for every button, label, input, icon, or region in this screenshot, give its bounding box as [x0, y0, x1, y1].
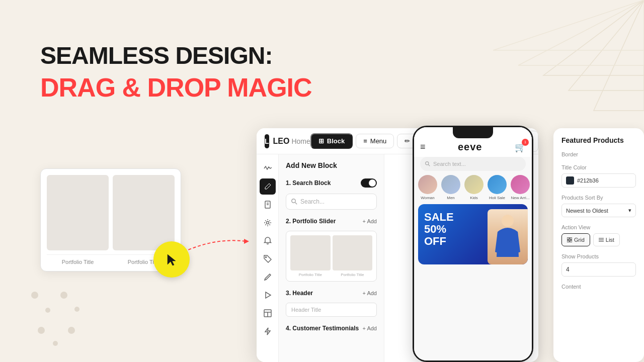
hero-line1: SEAMLESS DESIGN: — [40, 43, 312, 69]
action-view-label: Action View — [561, 224, 636, 230]
show-products-input[interactable] — [561, 262, 636, 277]
block-item-portfolio[interactable]: 2. Portfolio Slider + Add — [279, 214, 384, 229]
phone-cart-icon[interactable]: 🛒 1 — [515, 142, 526, 153]
border-label: Border — [561, 151, 636, 157]
right-panel-title: Featured Products — [561, 136, 636, 144]
view-toggle: Grid List — [561, 233, 636, 246]
right-panel: Featured Products Border Title Color #21… — [553, 128, 644, 362]
header-add-btn[interactable]: + Add — [363, 290, 377, 296]
search-placeholder: Search... — [300, 198, 325, 205]
hero-section: SEAMLESS DESIGN: DRAG & DROP MAGIC — [40, 43, 312, 102]
phone-menu-icon[interactable]: ≡ — [420, 142, 426, 152]
svg-rect-22 — [567, 240, 569, 242]
cart-badge: 1 — [522, 139, 529, 146]
show-products-section: Show Products — [561, 253, 636, 277]
grid-view-btn[interactable]: Grid — [561, 233, 590, 246]
block-search-label: 1. Search Block — [286, 179, 331, 187]
title-color-label: Title Color — [561, 164, 636, 170]
block-header-label: 3. Header — [286, 290, 313, 297]
show-products-label: Show Products — [561, 253, 636, 259]
sort-section: Products Sort By Newest to Oldest ▾ — [561, 195, 636, 217]
block-panel: Add New Block 1. Search Block Search... … — [279, 154, 384, 362]
phone-preview: ≡ eeve 🛒 1 Search text... Woman — [413, 126, 533, 362]
sidebar-flash[interactable] — [260, 323, 276, 339]
svg-point-19 — [502, 215, 514, 227]
block-icon: ⊞ — [318, 137, 324, 145]
preview-label-1: Portfolio Title — [290, 273, 331, 277]
phone-brand: eeve — [458, 141, 482, 153]
sidebar-layout[interactable] — [260, 305, 276, 321]
block-button[interactable]: ⊞ Block — [310, 133, 353, 149]
svg-rect-20 — [567, 237, 569, 239]
list-label: List — [606, 237, 614, 243]
phone-search-bar[interactable]: Search text... — [420, 157, 526, 171]
phone-categories: Woman Men Kids Holi Sale New Arri... — [414, 175, 532, 204]
list-view-btn[interactable]: List — [593, 233, 620, 246]
svg-rect-23 — [570, 240, 572, 242]
block-item-header[interactable]: 3. Header + Add — [279, 286, 384, 301]
border-section: Border — [561, 151, 636, 157]
design-icon: ✏ — [405, 137, 410, 145]
sort-value: Newest to Oldest — [566, 208, 608, 214]
sidebar-play[interactable] — [260, 287, 276, 303]
portfolio-preview: Portfolio Title Portfolio Title — [286, 231, 377, 282]
portfolio-img-2 — [113, 175, 175, 250]
portfolio-title-1: Portfolio Title — [47, 259, 109, 265]
phone-screen: ≡ eeve 🛒 1 Search text... Woman — [414, 127, 532, 360]
block-item-search[interactable]: 1. Search Block — [279, 174, 384, 192]
brand-home: Home — [291, 137, 310, 145]
sort-chevron-icon: ▾ — [628, 207, 631, 214]
menu-icon: ≡ — [363, 137, 367, 145]
portfolio-img-1 — [47, 175, 109, 250]
search-toggle[interactable] — [361, 178, 377, 188]
svg-point-17 — [426, 162, 429, 165]
phone-banner-person — [488, 209, 528, 264]
phone-cat-new-arrivals[interactable]: New Arri... — [511, 175, 530, 200]
brand-name: LEO — [273, 137, 290, 146]
block-panel-title: Add New Block — [279, 154, 384, 174]
sidebar-activity[interactable] — [260, 160, 276, 176]
sidebar-edit[interactable] — [260, 178, 276, 195]
title-color-section: Title Color #212b36 — [561, 164, 636, 188]
main-content: SEAMLESS DESIGN: DRAG & DROP MAGIC Portf… — [0, 0, 644, 362]
color-hex-value: #212b36 — [577, 177, 599, 184]
svg-point-15 — [292, 199, 296, 203]
preview-label-2: Portfolio Title — [333, 273, 373, 277]
block-item-testimonials[interactable]: 4. Customer Testimonials + Add — [279, 321, 384, 336]
block-testimonials-label: 4. Customer Testimonials — [286, 325, 359, 332]
logo-icon: L — [265, 134, 269, 148]
header-placeholder: Header Title — [291, 307, 321, 313]
grid-label: Grid — [574, 237, 585, 243]
content-label: Content — [561, 284, 636, 290]
svg-line-18 — [428, 164, 430, 166]
search-input-preview: Search... — [286, 194, 377, 210]
color-input[interactable]: #212b36 — [561, 173, 636, 188]
color-swatch — [566, 176, 574, 185]
testimonials-add-btn[interactable]: + Add — [363, 325, 377, 331]
phone-cat-men[interactable]: Men — [441, 175, 460, 200]
block-portfolio-label: 2. Portfolio Slider — [286, 218, 336, 225]
phone-cat-woman[interactable]: Woman — [418, 175, 437, 200]
svg-point-9 — [266, 222, 269, 224]
cursor-indicator — [153, 241, 190, 278]
svg-marker-11 — [266, 292, 271, 298]
sidebar-file[interactable] — [260, 197, 276, 213]
content-section: Content — [561, 284, 636, 290]
sort-label: Products Sort By — [561, 195, 636, 201]
header-block-area: Header Title — [279, 301, 384, 321]
search-block-area: Search... — [279, 192, 384, 214]
sort-select[interactable]: Newest to Oldest ▾ — [561, 204, 636, 217]
menu-button[interactable]: ≡ Menu — [356, 134, 394, 148]
hero-line2: DRAG & DROP MAGIC — [40, 73, 312, 102]
portfolio-add-btn[interactable]: + Add — [363, 218, 377, 224]
svg-line-16 — [295, 203, 297, 205]
action-view-section: Action View Grid List — [561, 224, 636, 246]
svg-rect-21 — [570, 237, 572, 239]
phone-cat-kids[interactable]: Kids — [464, 175, 484, 200]
portfolio-preview-img-2 — [333, 235, 373, 270]
phone-cat-holi[interactable]: Holi Sale — [488, 175, 507, 200]
phone-banner: SALE 50% OFF — [418, 204, 528, 264]
header-input-preview: Header Title — [286, 303, 377, 317]
svg-marker-5 — [244, 239, 249, 244]
phone-notch — [453, 127, 493, 138]
